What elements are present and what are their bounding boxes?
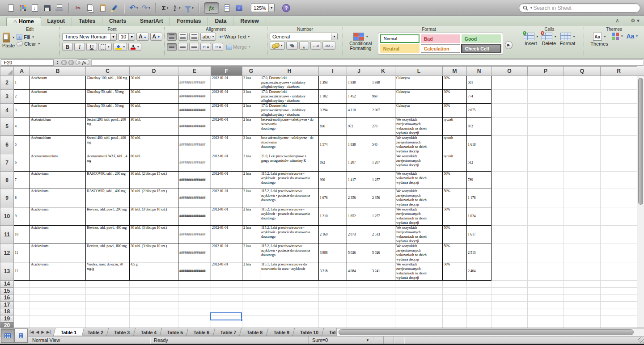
- select-all-corner[interactable]: [0, 67, 14, 76]
- cell-G5[interactable]: 2 lata: [242, 118, 260, 136]
- cell-N11[interactable]: 1 617: [467, 226, 491, 244]
- cell-R10[interactable]: [601, 207, 637, 226]
- cell-K17[interactable]: [371, 301, 395, 308]
- cell-I18[interactable]: [319, 308, 347, 316]
- formula-bar-toggle-button[interactable]: [222, 2, 231, 14]
- cell-I15[interactable]: [319, 287, 347, 295]
- theme-fonts-button[interactable]: Aa▾: [626, 33, 637, 40]
- cell-H2[interactable]: 17.0, Doustne leki przeciwcukrzycowe - i…: [260, 76, 319, 90]
- cell-P9[interactable]: [528, 189, 564, 207]
- cell-J20[interactable]: [347, 322, 371, 328]
- cell-O3[interactable]: [491, 90, 528, 104]
- cell-G6[interactable]: 2 lata: [242, 136, 260, 154]
- cell-P3[interactable]: [528, 90, 564, 104]
- cell-L19[interactable]: [395, 315, 443, 322]
- search-input[interactable]: [534, 5, 636, 11]
- cell-A13[interactable]: 12: [14, 262, 30, 281]
- cell-A9[interactable]: 8: [14, 189, 30, 207]
- font-color-button[interactable]: A▾: [128, 43, 141, 51]
- cell-L20[interactable]: [395, 322, 443, 328]
- wrap-text-button[interactable]: ↩Wrap Text▾: [217, 33, 251, 41]
- cell-H14[interactable]: [260, 281, 319, 288]
- cell-Q11[interactable]: [564, 226, 601, 244]
- cell-N15[interactable]: [467, 287, 491, 295]
- save-button[interactable]: [42, 2, 51, 14]
- cell-I14[interactable]: [319, 281, 347, 288]
- cell-N4[interactable]: 2 075: [467, 104, 491, 118]
- filter-button[interactable]: ▾: [185, 2, 194, 14]
- column-header-h[interactable]: H: [260, 67, 319, 76]
- column-header-n[interactable]: N: [467, 67, 491, 76]
- cell-L11[interactable]: We wszystkich zarejestrowanych wskazania…: [395, 226, 443, 244]
- cell-M3[interactable]: 30%: [443, 90, 467, 104]
- row-header-14[interactable]: 14: [0, 281, 14, 288]
- cell-B6[interactable]: Acebutololum: [30, 136, 86, 154]
- font-size-select[interactable]: 10▼: [118, 33, 135, 41]
- cell-N13[interactable]: 2 464: [467, 262, 491, 281]
- cell-J3[interactable]: 1 452: [347, 90, 371, 104]
- style-good[interactable]: Good: [462, 34, 501, 43]
- cell-A11[interactable]: 10: [14, 226, 30, 244]
- cell-L10[interactable]: We wszystkich zarejestrowanych wskazania…: [395, 207, 443, 226]
- cell-R6[interactable]: [601, 136, 637, 154]
- filter-dropdown-icon[interactable]: ▾: [192, 6, 194, 10]
- cell-D17[interactable]: [130, 301, 178, 308]
- column-header-e[interactable]: E: [178, 67, 211, 76]
- cell-M16[interactable]: [443, 295, 467, 302]
- style-neutral[interactable]: Neutral: [380, 44, 419, 53]
- ribbon-tab-charts[interactable]: Charts: [102, 17, 133, 26]
- cell-C6[interactable]: Sectral 400, tabl. powl., 400 mg: [86, 136, 130, 154]
- row-header-19[interactable]: 19: [0, 315, 14, 322]
- cell-M10[interactable]: 50%: [443, 207, 467, 226]
- align-middle-button[interactable]: [178, 33, 188, 41]
- cell-F4[interactable]: 2012-01-01: [211, 104, 242, 118]
- normal-view-button[interactable]: [1, 328, 14, 343]
- cell-I6[interactable]: 1 574: [319, 136, 347, 154]
- cell-N9[interactable]: 1 178: [467, 189, 491, 207]
- cell-M12[interactable]: 50%: [443, 244, 467, 262]
- cell-O13[interactable]: [491, 262, 528, 281]
- cell-J8[interactable]: 1 417: [347, 172, 371, 189]
- undo-dropdown-icon[interactable]: ▾: [136, 6, 138, 10]
- cell-I19[interactable]: [319, 315, 347, 322]
- cell-R2[interactable]: [601, 76, 637, 90]
- cell-P5[interactable]: [528, 118, 564, 136]
- cell-C12[interactable]: Heviran, tabl. powl., 800 mg: [86, 244, 130, 262]
- cell-E11[interactable]: ###############: [178, 226, 211, 244]
- cell-R16[interactable]: [601, 295, 637, 302]
- cell-G10[interactable]: 2 lata: [242, 207, 260, 226]
- cell-L14[interactable]: [395, 281, 443, 288]
- cell-B14[interactable]: [30, 281, 86, 288]
- cell-G8[interactable]: 2 lata: [242, 172, 260, 189]
- cell-P18[interactable]: [528, 308, 564, 316]
- search-scope-dropdown-icon[interactable]: ▾: [530, 6, 532, 10]
- conditional-formatting-button[interactable]: ▾ Conditional Formatting: [345, 33, 376, 51]
- cell-I12[interactable]: 3 888: [319, 244, 347, 262]
- cell-B17[interactable]: [30, 301, 86, 308]
- format-painter-button[interactable]: [110, 2, 119, 14]
- autosum-button[interactable]: Σ▾: [161, 2, 169, 14]
- cell-M9[interactable]: 50%: [443, 189, 467, 207]
- cell-B10[interactable]: Aciclovirum: [30, 207, 86, 226]
- print-button[interactable]: [55, 2, 64, 14]
- cell-A10[interactable]: 9: [14, 207, 30, 226]
- cell-D3[interactable]: 30 tabl.: [130, 90, 178, 104]
- cell-A15[interactable]: [14, 287, 30, 295]
- cell-F2[interactable]: 2012-01-01: [211, 76, 242, 90]
- cell-Q13[interactable]: [564, 262, 601, 281]
- cell-L2[interactable]: Cukrzyca: [395, 76, 443, 90]
- ribbon-tab-smartart[interactable]: SmartArt: [133, 17, 170, 26]
- redo-dropdown-icon[interactable]: ▾: [148, 6, 150, 10]
- cell-N19[interactable]: [467, 315, 491, 322]
- sort-button[interactable]: AZ↓▾: [173, 2, 182, 14]
- cell-C19[interactable]: [86, 315, 130, 322]
- format-cells-button[interactable]: ▾ Format: [560, 33, 576, 46]
- column-header-m[interactable]: M: [443, 67, 467, 76]
- column-header-r[interactable]: R: [601, 67, 637, 76]
- cell-B13[interactable]: Aciclovirum: [30, 262, 86, 281]
- cell-K13[interactable]: 3 241: [371, 262, 395, 281]
- fill-handle[interactable]: [240, 319, 243, 321]
- cell-M2[interactable]: 30%: [443, 76, 467, 90]
- cell-G17[interactable]: [242, 301, 260, 308]
- cell-R14[interactable]: [601, 281, 637, 288]
